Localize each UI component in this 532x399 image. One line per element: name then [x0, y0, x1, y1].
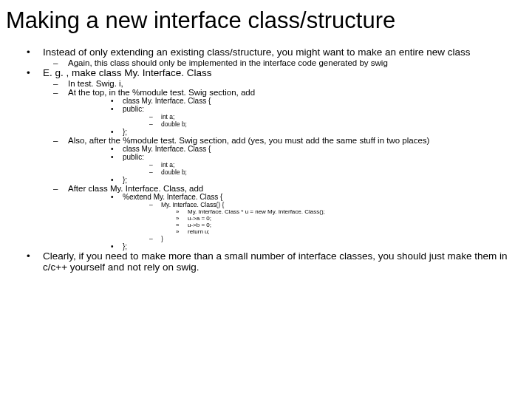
code-line: u->b = 0;: [176, 222, 526, 228]
bullet-dot-icon: [111, 193, 123, 201]
code-text: %extend My. Interface. Class {: [123, 193, 526, 201]
raquo-icon: [176, 228, 188, 235]
bullet-text: Again, this class should only be impleme…: [68, 58, 526, 67]
code-line: u->a = 0;: [176, 215, 526, 222]
code-text: double b;: [161, 120, 526, 128]
code-text: return u;: [188, 228, 526, 235]
code-line: My. Interface. Class * u = new My. Inter…: [176, 208, 526, 215]
bullet-dot-icon: [111, 128, 123, 136]
bullet-dot-icon: [111, 176, 123, 184]
code-line: class My. Interface. Class {: [111, 97, 526, 105]
code-line: class My. Interface. Class {: [111, 145, 526, 153]
code-text: class My. Interface. Class {: [123, 97, 526, 105]
bullet-level1: Again, this class should only be impleme…: [53, 58, 526, 67]
bullet-text: At the top, in the %module test. Swig se…: [68, 88, 526, 97]
dash-icon: [53, 88, 68, 97]
dash-icon: [149, 168, 161, 176]
code-line: My. Interface. Class() {: [149, 201, 526, 208]
code-line: };: [111, 242, 526, 250]
code-text: };: [123, 242, 526, 250]
dash-icon: [149, 120, 161, 128]
bullet-level1: After class My. Interface. Class, add: [53, 184, 526, 193]
code-line: double b;: [149, 168, 526, 176]
code-text: My. Interface. Class * u = new My. Inter…: [188, 208, 526, 215]
code-text: class My. Interface. Class {: [123, 145, 526, 153]
dash-icon: [149, 161, 161, 168]
bullet-dot-icon: [111, 153, 123, 161]
code-text: };: [123, 128, 526, 136]
code-line: double b;: [149, 120, 526, 128]
dash-icon: [53, 58, 68, 67]
code-line: int a;: [149, 113, 526, 120]
code-text: double b;: [161, 168, 526, 176]
bullet-level0: Instead of only extending an existing cl…: [30, 47, 526, 58]
code-text: int a;: [161, 113, 526, 120]
raquo-icon: [176, 215, 188, 222]
bullet-text: After class My. Interface. Class, add: [68, 184, 526, 193]
bullet-level1: Also, after the %module test. Swig secti…: [53, 136, 526, 145]
bullet-dot-icon: [27, 47, 43, 58]
code-line: %extend My. Interface. Class {: [111, 193, 526, 201]
slide: Making a new interface class/structure I…: [0, 0, 532, 279]
bullet-text: Instead of only extending an existing cl…: [43, 47, 526, 58]
bullet-dot-icon: [27, 250, 43, 273]
dash-icon: [53, 136, 68, 145]
slide-title: Making a new interface class/structure: [6, 9, 526, 33]
bullet-text: In test. Swig. i,: [68, 79, 526, 88]
code-text: }: [161, 235, 526, 242]
bullet-dot-icon: [111, 145, 123, 153]
raquo-icon: [176, 208, 188, 215]
code-text: };: [123, 176, 526, 184]
dash-icon: [53, 79, 68, 88]
code-line: };: [111, 128, 526, 136]
code-line: }: [149, 235, 526, 242]
code-text: int a;: [161, 161, 526, 168]
raquo-icon: [176, 222, 188, 228]
code-line: int a;: [149, 161, 526, 168]
code-line: };: [111, 176, 526, 184]
bullet-text: Clearly, if you need to make more than a…: [43, 250, 526, 273]
dash-icon: [53, 184, 68, 193]
bullet-text: Also, after the %module test. Swig secti…: [68, 136, 526, 145]
bullet-dot-icon: [111, 105, 123, 113]
code-text: u->a = 0;: [188, 215, 526, 222]
dash-icon: [149, 201, 161, 208]
bullet-level0: Clearly, if you need to make more than a…: [30, 250, 526, 273]
code-text: public:: [123, 153, 526, 161]
bullet-text: E. g. , make class My. Interface. Class: [43, 67, 526, 78]
code-text: public:: [123, 105, 526, 113]
bullet-dot-icon: [27, 67, 43, 78]
bullet-level0: E. g. , make class My. Interface. Class: [30, 67, 526, 78]
bullet-level1: In test. Swig. i,: [53, 79, 526, 88]
dash-icon: [149, 235, 161, 242]
bullet-level1: At the top, in the %module test. Swig se…: [53, 88, 526, 97]
code-text: u->b = 0;: [188, 222, 526, 228]
code-text: My. Interface. Class() {: [161, 201, 526, 208]
bullet-dot-icon: [111, 242, 123, 250]
code-line: return u;: [176, 228, 526, 235]
code-line: public:: [111, 153, 526, 161]
bullet-dot-icon: [111, 97, 123, 105]
dash-icon: [149, 113, 161, 120]
code-line: public:: [111, 105, 526, 113]
